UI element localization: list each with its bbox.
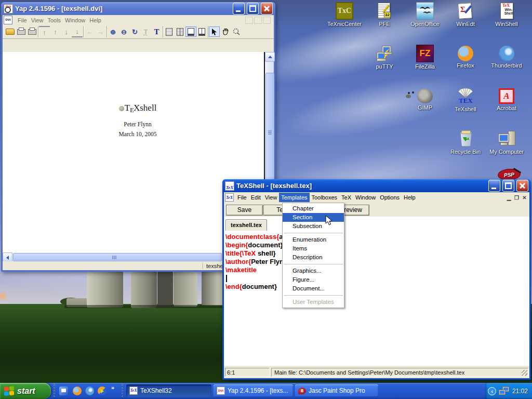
page-bar-view-icon[interactable] (185, 26, 196, 37)
icon-label: GIMP (405, 104, 445, 111)
menu-tex[interactable]: TeX (339, 193, 353, 202)
resize-grip[interactable] (522, 370, 527, 376)
code-line: \title{\TeX shell} (225, 249, 529, 258)
menu-view[interactable]: View (263, 193, 280, 202)
forward-icon[interactable]: → (95, 26, 106, 37)
task-button-texshell32[interactable]: TeX TeXShell32 (126, 384, 211, 397)
pages-bar-view-icon[interactable] (196, 26, 207, 37)
desktop-icon-pfe[interactable]: 32 PFE (364, 2, 405, 27)
yap-menu-window[interactable]: Window (63, 16, 87, 25)
desktop-icon-texshell[interactable]: TEX TeXshell (445, 87, 486, 112)
print-icon[interactable] (16, 26, 26, 37)
menu-toolboxes[interactable]: Toolboxes (310, 193, 340, 202)
task-button-paintshoppro[interactable]: 8 Jasc Paint Shop Pro (295, 384, 378, 397)
facing-pages-icon[interactable] (175, 26, 185, 37)
desktop-icon-recyclebin[interactable]: Recycle Bin (445, 130, 486, 155)
desktop-icon-gimp[interactable]: GIMP (405, 87, 445, 111)
menu-file[interactable]: File (235, 193, 249, 202)
menu-item-items[interactable]: Items (283, 244, 344, 253)
magnifier-tool-icon[interactable] (231, 26, 242, 37)
show-desktop-icon[interactable] (59, 387, 68, 395)
open-icon[interactable] (5, 26, 16, 37)
network-tray-icon[interactable] (498, 387, 510, 396)
menu-item-section[interactable]: Section (283, 213, 344, 222)
tray-collapse-chevron[interactable]: ‹ (488, 387, 496, 395)
desktop-icon-openoffice[interactable]: OpenOffice (405, 2, 445, 27)
zoom-out-icon[interactable]: ⊖ (118, 26, 129, 37)
minimize-button[interactable] (488, 180, 500, 192)
desktop-icon-filezilla[interactable]: FZ FileZilla (405, 45, 445, 70)
quicklaunch-firefox-icon[interactable] (73, 387, 82, 395)
editor[interactable]: \documentclass{article} \begin{document}… (224, 231, 529, 366)
menu-help[interactable]: Help (402, 193, 418, 202)
menu-item-figure[interactable]: Figure... (283, 275, 344, 284)
tab-texshell-tex[interactable]: texshell.tex (225, 219, 267, 231)
pointer-tool-icon[interactable] (209, 26, 220, 37)
quicklaunch-thunderbird-icon[interactable] (85, 387, 94, 395)
doc-title: TEXshell (91, 103, 184, 114)
menu-item-subsection[interactable]: Subsection (283, 222, 344, 231)
yap-menu-file[interactable]: File (16, 16, 29, 25)
hscroll-thumb[interactable] (13, 253, 222, 261)
desktop-icon-putty[interactable]: ⚡ puTTY (364, 45, 405, 70)
desktop-icon-texniccenter[interactable]: TxC TeXnicCenter (324, 2, 365, 27)
yap-menu-view[interactable]: View (29, 16, 46, 25)
firefox-icon (458, 46, 473, 61)
mdi-close-button[interactable]: ✕ (521, 194, 528, 201)
next-page-icon[interactable]: ↓ (61, 26, 72, 37)
yap-titlebar[interactable]: DVI Yap 2.4.1596 - [texshell.dvi] (1, 2, 275, 15)
zoom-in-icon[interactable]: ⊕ (108, 26, 118, 37)
menu-edit[interactable]: Edit (249, 193, 263, 202)
save-button[interactable]: Save (226, 205, 263, 216)
yap-menu-tools[interactable]: Tools (45, 16, 63, 25)
texshell-titlebar[interactable]: TeX TeXShell - [texshell.tex] (222, 179, 531, 192)
maximize-button[interactable] (502, 180, 514, 192)
desktop-icon-acrobat[interactable]: A Acrobat (486, 87, 527, 111)
task-button-yap[interactable]: DVI Yap 2.4.1596 - [texs... (214, 384, 293, 397)
desktop-icon-thunderbird[interactable]: Thunderbird (486, 45, 527, 69)
task-label: TeXShell32 (140, 387, 172, 394)
hand-tool-icon[interactable] (220, 26, 231, 37)
desktop-icon-winshell[interactable]: TeX Win-Shell WinShell (486, 2, 527, 27)
menu-window[interactable]: Window (353, 193, 378, 202)
stones-shadow (64, 305, 224, 308)
print-setup-icon[interactable] (26, 26, 37, 37)
texshell-body: TeX File Edit View Templates Toolboxes T… (224, 192, 529, 378)
menu-options[interactable]: Options (378, 193, 402, 202)
icon-label: OpenOffice (405, 21, 445, 27)
back-icon[interactable]: ← (84, 26, 95, 37)
menu-item-user-templates[interactable]: User Templates (283, 298, 344, 307)
mdi-restore-button[interactable]: ❐ (513, 194, 521, 201)
minimize-button[interactable] (233, 3, 245, 15)
last-page-icon[interactable]: ↓ (72, 26, 83, 37)
thunderbird-icon (499, 46, 514, 61)
doc-date: March 10, 2005 (91, 131, 184, 137)
my-computer-icon (498, 130, 515, 148)
quicklaunch-overflow-chevron[interactable]: » (111, 384, 114, 391)
menu-item-chapter[interactable]: Chapter (283, 204, 344, 213)
desktop-icon-firefox[interactable]: Firefox (445, 45, 486, 69)
menu-item-description[interactable]: Description (283, 253, 344, 262)
desktop-icon-winedt[interactable]: Σ WinEdt (445, 2, 486, 27)
menu-item-document[interactable]: Document... (283, 284, 344, 293)
single-page-icon[interactable] (164, 26, 175, 37)
close-button[interactable] (261, 3, 273, 15)
maximize-button[interactable] (247, 3, 259, 15)
menu-item-enumeration[interactable]: Enumeration (283, 235, 344, 244)
refresh-icon[interactable]: ↻ (129, 26, 140, 37)
yap-menu-help[interactable]: Help (87, 16, 103, 25)
mdi-minimize-button[interactable]: ▁ (505, 194, 513, 201)
dvi-document: TEXshell Peter Flynn March 10, 2005 (91, 103, 184, 137)
menu-templates[interactable]: Templates (279, 193, 309, 202)
menu-separator (284, 233, 343, 233)
prev-page-icon[interactable]: ↑ (50, 26, 61, 37)
desktop-icon-mycomputer[interactable]: My Computer (486, 130, 527, 155)
first-page-icon[interactable]: ↑ (39, 26, 50, 37)
close-button[interactable] (516, 180, 528, 192)
start-button[interactable]: start (0, 383, 51, 399)
menu-item-graphics[interactable]: Graphics... (283, 267, 344, 275)
quicklaunch-mediaplayer-icon[interactable] (98, 387, 107, 395)
scroll-up-button[interactable] (265, 52, 275, 62)
text-icon[interactable]: T (151, 26, 162, 37)
text-ruler-icon[interactable]: T (140, 26, 151, 37)
